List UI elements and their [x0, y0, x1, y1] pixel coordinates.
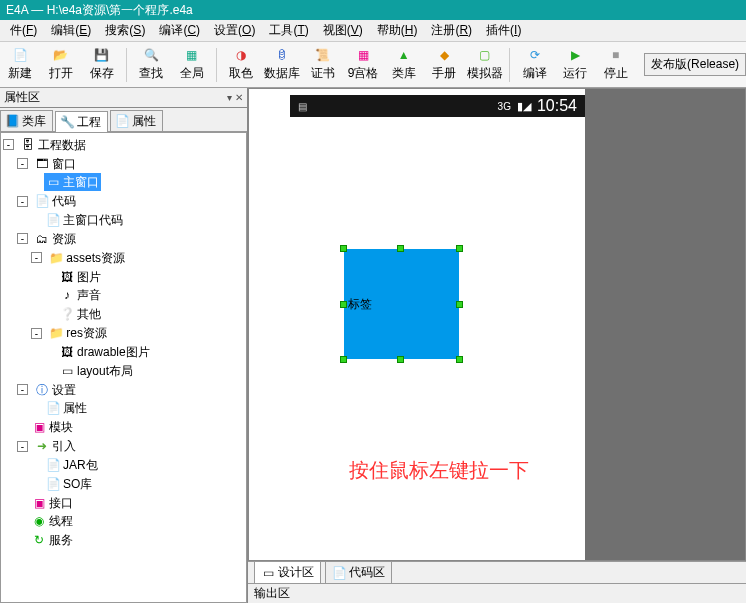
toolbar: 📄新建📂打开💾保存🔍查找▦全局◑取色🛢数据库📜证书▦9宫格▲类库◆手册▢模拟器⟳…: [0, 42, 746, 88]
sound-icon: ♪: [60, 288, 74, 302]
tree-import[interactable]: ➜引入: [33, 437, 78, 455]
expander-icon[interactable]: -: [31, 328, 42, 339]
bottom-tabs: ▭设计区 📄代码区: [248, 561, 746, 583]
menu-v[interactable]: 视图(V): [317, 20, 369, 41]
menu-c[interactable]: 编译(C): [153, 20, 206, 41]
tree-assets[interactable]: 📁assets资源: [47, 249, 127, 267]
expander-icon[interactable]: -: [17, 384, 28, 395]
res-icon: 🗂: [35, 232, 49, 246]
menu-t[interactable]: 工具(T): [263, 20, 314, 41]
manual-button[interactable]: ◆手册: [424, 45, 465, 85]
tab-code[interactable]: 📄代码区: [325, 561, 392, 584]
open-button[interactable]: 📂打开: [41, 45, 82, 85]
window-icon: 🗔: [35, 157, 49, 171]
cert-label: 证书: [311, 65, 335, 82]
expander-icon[interactable]: -: [3, 139, 14, 150]
resize-handle-w[interactable]: [340, 301, 347, 308]
resize-handle-sw[interactable]: [340, 356, 347, 363]
window-title: E4A — H:\e4a资源\第一个程序.e4a: [0, 0, 746, 20]
classes-label: 类库: [392, 65, 416, 82]
left-tab-类库[interactable]: 📘类库: [0, 110, 53, 131]
release-button[interactable]: 发布版(Release): [644, 53, 746, 76]
tree-sound[interactable]: ♪声音: [58, 286, 103, 304]
tree-service[interactable]: ↻服务: [30, 531, 75, 549]
menu-o[interactable]: 设置(O): [208, 20, 261, 41]
color-button[interactable]: ◑取色: [221, 45, 262, 85]
menubar: 件(F)编辑(E)搜索(S)编译(C)设置(O)工具(T)视图(V)帮助(H)注…: [0, 20, 746, 42]
left-tab-工程[interactable]: 🔧工程: [55, 111, 108, 132]
tree-so[interactable]: 📄SO库: [44, 475, 94, 493]
color-icon: ◑: [233, 47, 249, 63]
center-panel: ▤ 3G ▮◢ 10:54 标签: [248, 88, 746, 603]
resize-handle-n[interactable]: [397, 245, 404, 252]
folder-icon: 📁: [49, 251, 63, 265]
tree-window[interactable]: 🗔窗口: [33, 155, 78, 173]
expander-icon[interactable]: -: [17, 233, 28, 244]
interface-icon: ▣: [32, 496, 46, 510]
tree-interface[interactable]: ▣接口: [30, 494, 75, 512]
global-button[interactable]: ▦全局: [171, 45, 212, 85]
menu-e[interactable]: 编辑(E): [45, 20, 97, 41]
menu-h[interactable]: 帮助(H): [371, 20, 424, 41]
resize-handle-s[interactable]: [397, 356, 404, 363]
tree-resources[interactable]: 🗂资源: [33, 230, 78, 248]
expander-icon[interactable]: -: [17, 158, 28, 169]
tree-res[interactable]: 📁res资源: [47, 324, 109, 342]
tree-other[interactable]: ❔其他: [58, 305, 103, 323]
signal-icon: ▮◢: [517, 100, 531, 113]
cert-button[interactable]: 📜证书: [302, 45, 343, 85]
save-button[interactable]: 💾保存: [81, 45, 122, 85]
tree-code[interactable]: 📄代码: [33, 192, 78, 210]
tree-root[interactable]: 🗄工程数据: [19, 136, 88, 154]
image-icon: 🖼: [60, 345, 74, 359]
database-button[interactable]: 🛢数据库: [262, 45, 303, 85]
panel-pin-icon[interactable]: ▾ ✕: [227, 92, 243, 103]
tree-main-window-code[interactable]: 📄主窗口代码: [44, 211, 125, 229]
resize-handle-ne[interactable]: [456, 245, 463, 252]
so-icon: 📄: [46, 477, 60, 491]
classes-button[interactable]: ▲类库: [383, 45, 424, 85]
resize-handle-se[interactable]: [456, 356, 463, 363]
tree-main-window[interactable]: ▭主窗口: [44, 173, 101, 191]
tree-image[interactable]: 🖼图片: [58, 268, 103, 286]
service-icon: ↻: [32, 533, 46, 547]
other-icon: ❔: [60, 307, 74, 321]
resize-handle-e[interactable]: [456, 301, 463, 308]
emulator-button[interactable]: ▢模拟器: [465, 45, 506, 85]
compile-button[interactable]: ⟳编译: [514, 45, 555, 85]
stop-button[interactable]: ■停止: [595, 45, 636, 85]
tree-settings[interactable]: ⓘ设置: [33, 381, 78, 399]
tab-design[interactable]: ▭设计区: [254, 561, 321, 584]
new-button[interactable]: 📄新建: [0, 45, 41, 85]
phone-status-bar: ▤ 3G ▮◢ 10:54: [290, 95, 585, 117]
find-icon: 🔍: [143, 47, 159, 63]
expander-icon[interactable]: -: [31, 252, 42, 263]
panel-header-title: 属性区: [4, 89, 40, 106]
tree-thread[interactable]: ◉线程: [30, 512, 75, 530]
left-tab-属性[interactable]: 📄属性: [110, 110, 163, 131]
open-icon: 📂: [53, 47, 69, 63]
tree-layout[interactable]: ▭layout布局: [58, 362, 135, 380]
tab-icon: 📘: [5, 114, 19, 128]
info-icon: ⓘ: [35, 383, 49, 397]
widget-label[interactable]: 标签: [344, 249, 459, 359]
expander-icon[interactable]: -: [17, 196, 28, 207]
nine-button[interactable]: ▦9宫格: [343, 45, 384, 85]
menu-f[interactable]: 件(F): [4, 20, 43, 41]
resize-handle-nw[interactable]: [340, 245, 347, 252]
designer-area[interactable]: ▤ 3G ▮◢ 10:54 标签: [248, 88, 746, 561]
db-icon: 🗄: [21, 138, 35, 152]
menu-r[interactable]: 注册(R): [425, 20, 478, 41]
find-button[interactable]: 🔍查找: [131, 45, 172, 85]
tree-drawable[interactable]: 🖼drawable图片: [58, 343, 152, 361]
tree-props[interactable]: 📄属性: [44, 399, 89, 417]
run-button[interactable]: ▶运行: [555, 45, 596, 85]
project-tree[interactable]: - 🗄工程数据 - 🗔窗口 ▭主窗口 - 📄代码 📄主窗口代码: [0, 132, 247, 603]
menu-s[interactable]: 搜索(S): [99, 20, 151, 41]
expander-icon[interactable]: -: [17, 441, 28, 452]
tree-jar[interactable]: 📄JAR包: [44, 456, 100, 474]
tree-modules[interactable]: ▣模块: [30, 418, 75, 436]
color-label: 取色: [229, 65, 253, 82]
menu-i[interactable]: 插件(I): [480, 20, 527, 41]
status-3g: 3G: [498, 101, 511, 112]
